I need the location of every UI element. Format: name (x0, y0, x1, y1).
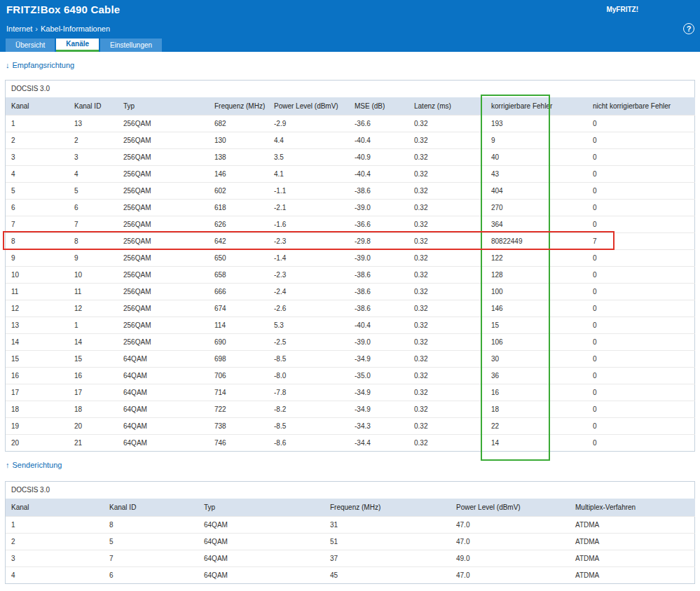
table-row: 192064QAM738-8.5-34.30.32220 (6, 417, 695, 434)
table-row: 131256QAM1145.3-40.40.32150 (6, 317, 695, 333)
table-cell: 8 (69, 232, 118, 249)
table-cell: 690 (209, 333, 268, 350)
table-cell: -34.9 (349, 401, 409, 417)
table-cell: 16 (69, 367, 118, 384)
table-row: 171764QAM714-7.8-34.90.32160 (6, 384, 695, 401)
table-cell: -2.5 (268, 333, 349, 350)
table-cell: 18 (486, 401, 587, 417)
table-cell: 5 (6, 182, 69, 199)
table-cell: 0 (587, 115, 695, 132)
table-cell: -36.6 (349, 115, 409, 132)
table-cell: -8.5 (268, 417, 349, 434)
breadcrumb: Internet›Kabel-Informationen (6, 25, 110, 33)
table-cell: 193 (486, 115, 587, 132)
table-cell: 698 (209, 350, 268, 367)
table-cell: 80822449 (486, 232, 587, 249)
table-cell: 674 (209, 300, 268, 317)
table-cell: 128 (486, 266, 587, 283)
tab-uebersicht[interactable]: Übersicht (6, 39, 55, 52)
table-cell: 0 (587, 333, 695, 350)
table-cell: 0 (587, 216, 695, 232)
table-cell: 0 (587, 249, 695, 266)
downstream-table: KanalKanal IDTypFrequenz (MHz)Power Leve… (6, 97, 695, 451)
downstream-table-box: DOCSIS 3.0 KanalKanal IDTypFrequenz (MHz… (5, 80, 695, 452)
column-header: Kanal ID (69, 97, 118, 115)
table-cell: 364 (486, 216, 587, 232)
table-cell: 12 (69, 300, 118, 317)
table-cell: -1.1 (268, 182, 349, 199)
table-cell: 0 (587, 199, 695, 216)
table-cell: 64QAM (198, 516, 324, 533)
table-row: 4664QAM4547.0ATDMA (6, 566, 695, 583)
column-header: Kanal ID (104, 499, 198, 516)
table-cell: 256QAM (118, 283, 209, 300)
table-cell: 0 (587, 434, 695, 451)
table-cell: 6 (6, 199, 69, 216)
column-header: Kanal (6, 97, 69, 115)
tab-einstellungen[interactable]: Einstellungen (100, 39, 162, 52)
table-cell: -8.2 (268, 401, 349, 417)
table-cell: 64QAM (118, 384, 209, 401)
table-cell: 0.32 (409, 232, 486, 249)
tab-kanaele[interactable]: Kanäle (56, 39, 99, 52)
table-cell: 0 (587, 401, 695, 417)
table-cell: 0.32 (409, 333, 486, 350)
table-cell: 626 (209, 216, 268, 232)
downstream-docsis-label: DOCSIS 3.0 (6, 81, 694, 97)
table-cell: 1 (6, 516, 104, 533)
table-cell: 256QAM (118, 199, 209, 216)
table-cell: 0.32 (409, 350, 486, 367)
table-cell: 0.32 (409, 165, 486, 182)
table-cell: 7 (69, 216, 118, 232)
table-cell: 1 (6, 115, 69, 132)
table-cell: 5 (69, 182, 118, 199)
table-row: 33256QAM1383.5-40.90.32400 (6, 148, 695, 165)
breadcrumb-internet[interactable]: Internet (6, 25, 32, 33)
table-cell: 47.0 (451, 566, 570, 583)
table-cell: 0 (587, 417, 695, 434)
table-cell: -36.6 (349, 216, 409, 232)
table-cell: -8.6 (268, 434, 349, 451)
table-cell: 738 (209, 417, 268, 434)
table-cell: 146 (209, 165, 268, 182)
upstream-table-box: DOCSIS 3.0 KanalKanal IDTypFrequenz (MHz… (5, 481, 695, 584)
table-cell: 256QAM (118, 216, 209, 232)
table-cell: 40 (486, 148, 587, 165)
column-header: MSE (dB) (349, 97, 409, 115)
table-cell: 4.1 (268, 165, 349, 182)
downstream-heading-label: Empfangsrichtung (13, 61, 75, 69)
table-cell: 15 (486, 317, 587, 333)
table-cell: 256QAM (118, 249, 209, 266)
top-bar: FRITZ!Box 6490 Cable MyFRITZ! (0, 0, 700, 19)
table-cell: 256QAM (118, 182, 209, 199)
table-cell: 0.32 (409, 266, 486, 283)
column-header: Multiplex-Verfahren (570, 499, 695, 516)
table-cell: 0.32 (409, 216, 486, 232)
table-cell: 51 (324, 533, 451, 550)
table-row: 3764QAM3749.0ATDMA (6, 550, 695, 566)
table-cell: 7 (6, 216, 69, 232)
table-cell: 256QAM (118, 333, 209, 350)
table-header-row: KanalKanal IDTypFrequenz (MHz)Power Leve… (6, 499, 695, 516)
table-cell: -2.3 (268, 232, 349, 249)
breadcrumb-page: Kabel-Informationen (41, 25, 110, 33)
table-cell: 122 (486, 249, 587, 266)
table-cell: -8.5 (268, 350, 349, 367)
table-cell: -1.6 (268, 216, 349, 232)
table-row: 44256QAM1464.1-40.40.32430 (6, 165, 695, 182)
table-cell: -7.8 (268, 384, 349, 401)
table-cell: -38.6 (349, 283, 409, 300)
help-icon[interactable]: ? (683, 23, 694, 34)
table-cell: ATDMA (570, 550, 695, 566)
table-row: 77256QAM626-1.6-36.60.323640 (6, 216, 695, 232)
table-cell: 3 (6, 550, 104, 566)
table-cell: 256QAM (118, 317, 209, 333)
myfritz-link[interactable]: MyFRITZ! (606, 0, 638, 19)
table-cell: 0.32 (409, 283, 486, 300)
table-row: 113256QAM682-2.9-36.60.321930 (6, 115, 695, 132)
table-cell: 0 (587, 283, 695, 300)
table-cell: 270 (486, 199, 587, 216)
table-cell: -39.0 (349, 333, 409, 350)
table-cell: 5.3 (268, 317, 349, 333)
table-row: 55256QAM602-1.1-38.60.324040 (6, 182, 695, 199)
